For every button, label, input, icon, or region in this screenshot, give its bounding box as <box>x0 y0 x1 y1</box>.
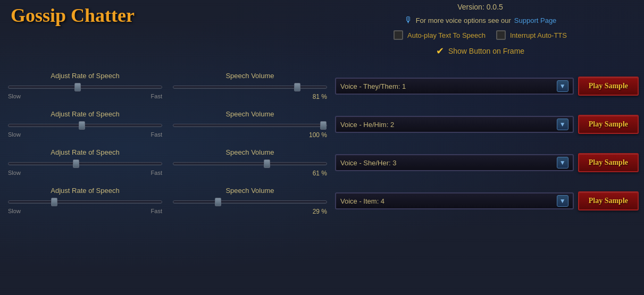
rate-track-4 <box>8 200 162 204</box>
voice-row-4: Adjust Rate of Speech Slow Fast Speech V… <box>5 187 639 215</box>
vol-slider-group-3: Speech Volume 61 % <box>173 148 327 177</box>
voice-control-1: Voice - They/Them: 1 ▼ Play Sample <box>335 77 639 96</box>
play-sample-btn-1[interactable]: Play Sample <box>578 77 639 96</box>
sliders-section-4: Adjust Rate of Speech Slow Fast Speech V… <box>5 187 330 215</box>
support-page-link[interactable]: Support Page <box>514 16 557 24</box>
vol-pct-3: 61 % <box>313 170 327 177</box>
interrupt-checkbox-item[interactable]: Interrupt Auto-TTS <box>496 30 567 40</box>
rate-minmax-4: Slow Fast <box>8 208 162 214</box>
vol-track-wrap-4 <box>173 197 327 207</box>
vol-label-3: Speech Volume <box>173 148 327 156</box>
vol-slider-group-4: Speech Volume 29 % <box>173 187 327 215</box>
vol-pct-1: 81 % <box>313 93 327 100</box>
voice-row-3: Adjust Rate of Speech Slow Fast Speech V… <box>5 148 639 177</box>
rate-thumb-1[interactable] <box>74 83 81 91</box>
checkboxes-row: Auto-play Text To Speech Interrupt Auto-… <box>319 30 641 40</box>
play-sample-btn-2[interactable]: Play Sample <box>578 115 639 134</box>
rate-label-4: Adjust Rate of Speech <box>8 187 162 195</box>
interrupt-label: Interrupt Auto-TTS <box>510 31 567 39</box>
rate-label-3: Adjust Rate of Speech <box>8 148 162 156</box>
vol-thumb-2[interactable] <box>320 121 327 130</box>
vol-minmax-2: 100 % <box>173 131 327 139</box>
sliders-section-2: Adjust Rate of Speech Slow Fast Speech V… <box>5 110 330 139</box>
voice-name-1: Voice - They/Them: 1 <box>340 82 406 90</box>
dropdown-arrow-1[interactable]: ▼ <box>557 80 568 92</box>
rate-slow-3: Slow <box>8 170 21 176</box>
play-sample-btn-4[interactable]: Play Sample <box>578 191 639 210</box>
rate-minmax-3: Slow Fast <box>8 170 162 176</box>
interrupt-checkbox[interactable] <box>496 30 506 40</box>
vol-track-4 <box>173 200 327 204</box>
rate-slow-4: Slow <box>8 208 21 214</box>
app-title: Gossip Chatter <box>11 4 135 27</box>
show-button-label: Show Button on Frame <box>448 47 524 55</box>
rate-slider-group-2: Adjust Rate of Speech Slow Fast <box>8 110 162 139</box>
vol-minmax-4: 29 % <box>173 208 327 215</box>
rate-track-2 <box>8 124 162 127</box>
two-sliders-3: Adjust Rate of Speech Slow Fast Speech V… <box>8 148 327 177</box>
vol-track-2 <box>173 124 327 127</box>
voice-name-3: Voice - She/Her: 3 <box>340 159 397 167</box>
dropdown-arrow-2[interactable]: ▼ <box>557 119 568 130</box>
vol-pct-2: 100 % <box>309 131 327 139</box>
vol-label-4: Speech Volume <box>173 187 327 195</box>
vol-track-wrap-1 <box>173 82 327 92</box>
rate-slow-1: Slow <box>8 93 21 99</box>
autoplay-label: Auto-play Text To Speech <box>407 31 486 39</box>
rate-track-wrap-3 <box>8 158 162 169</box>
sliders-section-1: Adjust Rate of Speech Slow Fast Speech V… <box>5 72 330 100</box>
voice-control-4: Voice - Item: 4 ▼ Play Sample <box>335 191 639 210</box>
two-sliders-4: Adjust Rate of Speech Slow Fast Speech V… <box>8 187 327 215</box>
main-container: Gossip Chatter Version: 0.0.5 🎙 For more… <box>0 0 644 295</box>
rate-track-wrap-2 <box>8 120 162 131</box>
two-sliders-2: Adjust Rate of Speech Slow Fast Speech V… <box>8 110 327 139</box>
voice-dropdown-3[interactable]: Voice - She/Her: 3 ▼ <box>335 154 574 171</box>
autoplay-checkbox[interactable] <box>394 30 403 40</box>
voice-dropdown-2[interactable]: Voice - He/Him: 2 ▼ <box>335 116 574 133</box>
voice-dropdown-4[interactable]: Voice - Item: 4 ▼ <box>335 192 574 209</box>
sliders-section-3: Adjust Rate of Speech Slow Fast Speech V… <box>5 148 330 177</box>
rate-slider-group-3: Adjust Rate of Speech Slow Fast <box>8 148 162 177</box>
voice-row-1: Adjust Rate of Speech Slow Fast Speech V… <box>5 72 639 100</box>
rate-slow-2: Slow <box>8 131 21 138</box>
voice-name-2: Voice - He/Him: 2 <box>340 121 394 129</box>
voice-rows-container: Adjust Rate of Speech Slow Fast Speech V… <box>0 72 644 225</box>
voice-control-3: Voice - She/Her: 3 ▼ Play Sample <box>335 153 639 172</box>
vol-track-wrap-3 <box>173 158 327 169</box>
vol-minmax-3: 61 % <box>173 170 327 177</box>
rate-label-2: Adjust Rate of Speech <box>8 110 162 118</box>
vol-track-1 <box>173 86 327 89</box>
rate-thumb-3[interactable] <box>73 159 79 168</box>
rate-thumb-2[interactable] <box>79 121 85 130</box>
rate-fast-2: Fast <box>151 131 162 138</box>
rate-thumb-4[interactable] <box>51 198 57 206</box>
rate-track-wrap-1 <box>8 82 162 92</box>
vol-pct-display-2 <box>173 131 174 139</box>
voice-name-4: Voice - Item: 4 <box>340 197 384 205</box>
voice-dropdown-1[interactable]: Voice - They/Them: 1 ▼ <box>335 78 574 95</box>
vol-thumb-3[interactable] <box>264 159 270 168</box>
version-text: Version: 0.0.5 <box>319 3 641 11</box>
vol-track-wrap-2 <box>173 120 327 131</box>
rate-fast-3: Fast <box>151 170 162 176</box>
right-panel: Version: 0.0.5 🎙 For more voice options … <box>319 3 641 60</box>
rate-track-1 <box>8 86 162 89</box>
rate-label-1: Adjust Rate of Speech <box>8 72 162 80</box>
rate-fast-1: Fast <box>151 93 162 99</box>
vol-thumb-4[interactable] <box>215 198 221 206</box>
vol-pct-display-4 <box>173 208 174 215</box>
dropdown-arrow-4[interactable]: ▼ <box>557 195 568 207</box>
vol-pct-4: 29 % <box>313 208 327 215</box>
voice-icon: 🎙 <box>404 15 413 25</box>
rate-track-wrap-4 <box>8 197 162 207</box>
vol-thumb-1[interactable] <box>294 83 300 91</box>
dropdown-arrow-3[interactable]: ▼ <box>557 157 568 168</box>
rate-track-3 <box>8 162 162 165</box>
play-sample-btn-3[interactable]: Play Sample <box>578 153 639 172</box>
voice-control-2: Voice - He/Him: 2 ▼ Play Sample <box>335 115 639 134</box>
support-text: For more voice options see our <box>416 16 511 24</box>
vol-pct-display-3 <box>173 170 174 177</box>
autoplay-checkbox-item[interactable]: Auto-play Text To Speech <box>394 30 486 40</box>
show-button-row: ✔ Show Button on Frame <box>319 45 641 57</box>
rate-slider-group-4: Adjust Rate of Speech Slow Fast <box>8 187 162 215</box>
